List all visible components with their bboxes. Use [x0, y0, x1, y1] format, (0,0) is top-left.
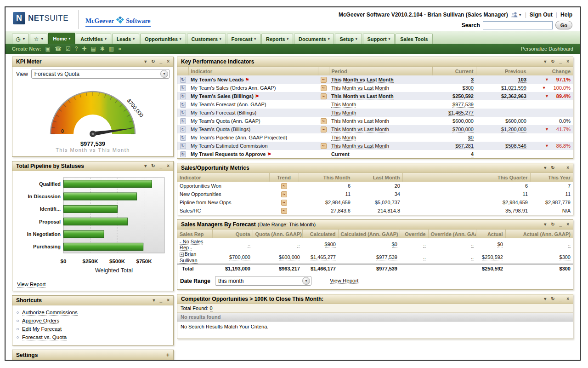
portlet-menu-button[interactable]: ▾	[544, 222, 546, 227]
kpi-current-value[interactable]: $0	[468, 135, 474, 141]
column-header[interactable]: Override	[400, 230, 428, 238]
portlet-menu-button[interactable]: ▾	[144, 164, 147, 168]
column-header[interactable]: Indicator	[177, 173, 269, 182]
row-refresh-icon[interactable]: ↻	[180, 143, 186, 149]
portlet-close-button[interactable]: ×	[566, 166, 569, 170]
column-header[interactable]: Current	[432, 67, 476, 75]
portlet-refresh-button[interactable]: ↻	[551, 59, 554, 64]
portlet-refresh-button[interactable]: ↻	[551, 297, 554, 301]
portlet-refresh-button[interactable]: ↻	[551, 166, 554, 170]
quota-value[interactable]: ..	[248, 242, 250, 247]
portlet-menu-button[interactable]: ▾	[544, 297, 546, 301]
portlet-minimize-button[interactable]: _	[160, 298, 163, 303]
nav-tab[interactable]: Opportunities ▾	[140, 34, 186, 44]
quota-gaap-value[interactable]: $600,000	[279, 254, 300, 260]
column-header[interactable]: Change	[529, 67, 573, 75]
portlet-minimize-button[interactable]: _	[560, 166, 562, 170]
portlet-menu-button[interactable]: ▾	[144, 59, 147, 64]
help-link[interactable]: Help	[560, 12, 572, 18]
portlet-close-button[interactable]: ×	[566, 297, 569, 301]
trend-graph-icon[interactable]: ~	[321, 118, 327, 124]
column-header[interactable]: Previous	[476, 67, 529, 75]
kpi-previous-value[interactable]: $600,000	[505, 118, 526, 124]
favorites-button[interactable]: ☆▼	[30, 34, 47, 44]
create-new-icon[interactable]: ✚	[82, 46, 86, 52]
column-header[interactable]: Quota	[212, 230, 253, 238]
kpi-current-value[interactable]: $977,539	[452, 102, 474, 108]
create-new-icon[interactable]: ?	[75, 46, 78, 52]
create-new-icon[interactable]: ✱	[100, 46, 105, 52]
create-new-icon[interactable]: ☑	[66, 46, 71, 52]
column-header[interactable]: This Year	[530, 173, 573, 182]
kpi-period-link[interactable]: This Month	[331, 102, 356, 108]
kpi-current-value[interactable]: $1,465,277	[448, 110, 474, 116]
portlet-refresh-button[interactable]: ↻	[551, 222, 554, 227]
total-found-value[interactable]: 0	[210, 305, 213, 311]
column-header[interactable]: Override (Ann. GAAP)	[428, 230, 476, 238]
row-refresh-icon[interactable]: ↻	[180, 126, 186, 132]
shortcut-link[interactable]: Forecast vs. Quota	[22, 334, 67, 340]
create-new-icon[interactable]: ▥	[109, 46, 114, 52]
trend-graph-icon[interactable]: ~	[281, 200, 287, 206]
shortcut-link[interactable]: Authorize Commissions	[22, 310, 78, 316]
kpi-current-value[interactable]: $600,000	[452, 118, 474, 124]
trend-graph-icon[interactable]: ~	[321, 143, 327, 149]
kpi-period-link[interactable]: This Month vs Last Month	[331, 118, 389, 124]
nav-tab[interactable]: Setup ▾	[335, 34, 362, 44]
row-refresh-icon[interactable]: ↻	[180, 135, 186, 141]
kpi-current-value[interactable]: $250,592	[452, 93, 474, 99]
portlet-close-button[interactable]: ×	[167, 164, 170, 168]
row-refresh-icon[interactable]: ↻	[180, 85, 186, 91]
actual-value[interactable]: $250,592	[482, 254, 503, 260]
kpi-period-link[interactable]: This Month vs Last Month	[331, 143, 389, 149]
date-range-select[interactable]: this month ▼	[215, 276, 311, 286]
column-header[interactable]: Indicator	[188, 67, 318, 75]
more-icon[interactable]: »	[118, 46, 121, 52]
calculated-value[interactable]: $1,465,277	[311, 254, 336, 260]
kpi-previous-value[interactable]: $2,362,963	[501, 93, 526, 99]
portlet-close-button[interactable]: ×	[566, 222, 569, 227]
kpi-previous-value[interactable]: $1,021,599	[501, 85, 526, 91]
search-go-button[interactable]: Go	[555, 21, 572, 29]
kpi-previous-value[interactable]: 103	[518, 77, 526, 83]
kpi-period-link[interactable]: This Month vs Last Month	[331, 85, 389, 91]
portlet-minimize-button[interactable]: _	[160, 164, 163, 168]
nav-tab[interactable]: Forecast ▾	[227, 34, 260, 44]
column-header[interactable]: Actual	[476, 230, 505, 238]
calculated-value[interactable]: $900	[325, 242, 336, 247]
kpi-period-link[interactable]: Current	[331, 151, 350, 157]
trend-graph-icon[interactable]: ~	[281, 191, 287, 197]
create-new-icon[interactable]: ☎	[55, 46, 62, 52]
recent-records-button[interactable]: ◷▼	[12, 34, 29, 44]
portlet-minimize-button[interactable]: _	[560, 222, 562, 227]
column-header[interactable]: Last Month	[353, 173, 402, 182]
portlet-minimize-button[interactable]: _	[560, 297, 562, 301]
column-header[interactable]: Trend	[269, 173, 299, 182]
actual-gaap-value[interactable]: $300	[560, 254, 571, 260]
search-input[interactable]	[483, 21, 553, 29]
nav-tab[interactable]: Home ▾	[48, 33, 75, 44]
calculated-gaap-value[interactable]: $0	[392, 242, 397, 247]
column-header[interactable]: Sales Rep	[177, 230, 212, 238]
column-header[interactable]: Calculated	[302, 230, 338, 238]
trend-graph-icon[interactable]: ~	[321, 85, 327, 91]
trend-graph-icon[interactable]: ~	[281, 183, 287, 189]
kpi-current-value[interactable]: 3	[471, 77, 474, 83]
column-header[interactable]: Period	[329, 67, 432, 75]
kpi-period-link[interactable]: This Month	[331, 135, 356, 141]
portlet-close-button[interactable]: ×	[167, 298, 170, 303]
expand-icon[interactable]: +	[180, 253, 184, 257]
actual-value[interactable]: $0	[498, 242, 503, 247]
nav-tab[interactable]: Leads ▾	[112, 34, 139, 44]
nav-tab[interactable]: Activities ▾	[76, 34, 111, 44]
nav-tab[interactable]: Documents ▾	[294, 34, 334, 44]
portlet-menu-button[interactable]: ▾	[153, 298, 155, 303]
kpi-period-link[interactable]: This Month vs Last Month	[331, 77, 394, 83]
netsuite-logo[interactable]: N NETSUITE	[13, 12, 68, 24]
column-header[interactable]: Calculated (Ann. GAAP)	[338, 230, 400, 238]
view-report-link[interactable]: View Report	[17, 282, 45, 288]
trend-graph-icon[interactable]: ~	[281, 208, 287, 214]
actual-gaap-value[interactable]: ..	[568, 242, 571, 247]
kpi-current-value[interactable]: $67,281	[455, 143, 474, 149]
portlet-menu-button[interactable]: ▾	[544, 166, 546, 170]
